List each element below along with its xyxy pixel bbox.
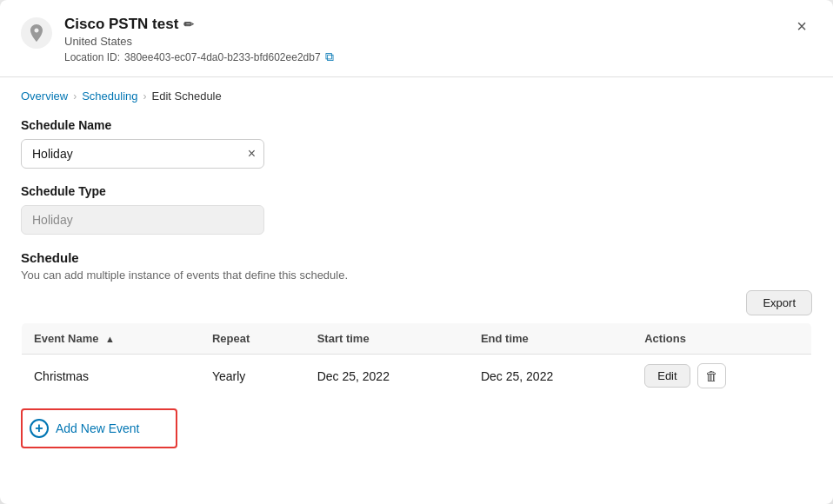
breadcrumb-overview[interactable]: Overview bbox=[21, 90, 68, 103]
edit-event-button[interactable]: Edit bbox=[644, 364, 690, 388]
schedule-section-title: Schedule bbox=[21, 250, 812, 265]
schedule-name-input[interactable] bbox=[21, 139, 264, 169]
schedule-section-desc: You can add multiple instance of events … bbox=[21, 269, 812, 282]
cell-start-time: Dec 25, 2022 bbox=[305, 355, 469, 398]
breadcrumb-sep-2: › bbox=[143, 90, 147, 103]
header-title: Cisco PSTN test ✏ bbox=[64, 16, 334, 33]
table-header-row: Event Name ▲ Repeat Start time End time … bbox=[22, 323, 812, 355]
add-new-event-button[interactable]: + Add New Event bbox=[21, 408, 177, 448]
content: Schedule Name × Schedule Type Holiday Sc… bbox=[0, 103, 833, 469]
copy-icon[interactable]: ⧉ bbox=[325, 50, 334, 64]
col-event-name: Event Name ▲ bbox=[22, 323, 200, 355]
breadcrumb-scheduling[interactable]: Scheduling bbox=[82, 90, 137, 103]
cell-end-time: Dec 25, 2022 bbox=[469, 355, 632, 398]
location-icon bbox=[21, 17, 52, 49]
col-end-time: End time bbox=[469, 323, 632, 355]
add-event-label: Add New Event bbox=[56, 421, 140, 435]
schedule-type-value: Holiday bbox=[21, 205, 264, 235]
delete-event-button[interactable]: 🗑 bbox=[697, 363, 726, 388]
events-table: Event Name ▲ Repeat Start time End time … bbox=[21, 322, 812, 398]
schedule-type-label: Schedule Type bbox=[21, 184, 812, 198]
header-location-id: Location ID: 380ee403-ec07-4da0-b233-bfd… bbox=[64, 50, 334, 64]
cell-actions: Edit 🗑 bbox=[632, 355, 811, 398]
header-left: Cisco PSTN test ✏ United States Location… bbox=[21, 16, 334, 64]
clear-schedule-name-button[interactable]: × bbox=[248, 146, 256, 162]
breadcrumb-current: Edit Schedule bbox=[152, 90, 222, 103]
modal: Cisco PSTN test ✏ United States Location… bbox=[0, 0, 833, 504]
sort-icon[interactable]: ▲ bbox=[105, 334, 115, 344]
col-start-time: Start time bbox=[305, 323, 469, 355]
close-button[interactable]: × bbox=[791, 16, 812, 36]
location-id-label: Location ID: bbox=[64, 51, 120, 63]
title-text: Cisco PSTN test bbox=[64, 16, 178, 33]
breadcrumb-sep-1: › bbox=[73, 90, 77, 103]
location-id-value: 380ee403-ec07-4da0-b233-bfd602ee2db7 bbox=[124, 51, 321, 63]
schedule-name-label: Schedule Name bbox=[21, 118, 812, 132]
header-info: Cisco PSTN test ✏ United States Location… bbox=[64, 16, 334, 64]
table-row: Christmas Yearly Dec 25, 2022 Dec 25, 20… bbox=[22, 355, 812, 398]
col-actions: Actions bbox=[632, 323, 811, 355]
modal-header: Cisco PSTN test ✏ United States Location… bbox=[0, 0, 833, 77]
edit-title-icon[interactable]: ✏ bbox=[183, 17, 194, 31]
export-button[interactable]: Export bbox=[746, 290, 812, 315]
export-row: Export bbox=[21, 290, 812, 315]
col-repeat: Repeat bbox=[200, 323, 305, 355]
header-subtitle: United States bbox=[64, 35, 334, 48]
schedule-name-wrapper: × bbox=[21, 139, 264, 169]
breadcrumb: Overview › Scheduling › Edit Schedule bbox=[0, 77, 833, 103]
add-event-icon: + bbox=[30, 419, 49, 438]
cell-event-name: Christmas bbox=[22, 355, 200, 398]
cell-repeat: Yearly bbox=[200, 355, 305, 398]
